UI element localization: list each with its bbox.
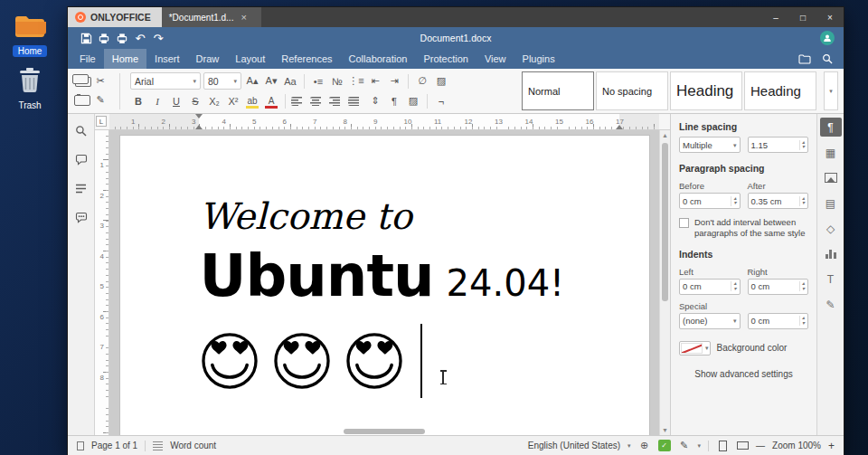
fit-page-icon[interactable] — [716, 440, 729, 452]
font-size-select[interactable]: 80 ▾ — [203, 72, 241, 90]
vertical-scrollbar[interactable]: ▲ ▼ — [659, 130, 670, 435]
track-changes-icon[interactable]: ✎ — [678, 440, 691, 452]
font-name-select[interactable]: Arial ▾ — [130, 72, 201, 90]
clear-style-icon[interactable]: ∅ — [414, 73, 430, 90]
indent-right-spinner[interactable]: 0 cm ▴▾ — [748, 279, 809, 295]
line-spacing-icon[interactable]: ⇕ — [367, 93, 383, 109]
save-button[interactable] — [77, 30, 95, 46]
quick-print-button[interactable] — [113, 30, 131, 46]
font-color-icon[interactable]: A — [263, 93, 279, 109]
desktop-icon-trash[interactable]: Trash — [4, 67, 56, 112]
zoom-level[interactable]: Zoom 100% — [772, 441, 821, 450]
spell-check-icon[interactable]: ✓ — [658, 440, 671, 451]
document-language-icon[interactable]: ⊕ — [638, 440, 651, 452]
close-button[interactable]: × — [816, 7, 844, 27]
image-settings-icon[interactable] — [820, 168, 842, 187]
fit-width-icon[interactable] — [736, 440, 749, 452]
spacing-after-spinner[interactable]: 0.35 cm ▴▾ — [748, 193, 809, 209]
redo-button[interactable]: ↷ — [149, 30, 167, 46]
table-settings-icon[interactable]: ▦ — [820, 143, 842, 162]
header-footer-settings-icon[interactable]: ▤ — [820, 194, 842, 213]
tab-layout[interactable]: Layout — [227, 49, 273, 69]
style-normal-0[interactable]: Normal — [522, 71, 594, 110]
align-left-icon[interactable] — [291, 97, 307, 106]
cut-icon[interactable]: ✂ — [92, 73, 108, 90]
minimize-button[interactable]: – — [762, 7, 789, 27]
zoom-out-button[interactable]: — — [756, 441, 765, 450]
tab-references[interactable]: References — [273, 49, 340, 69]
tab-protection[interactable]: Protection — [415, 49, 476, 69]
highlight-color-icon[interactable]: ab — [244, 93, 260, 109]
left-indent-marker[interactable] — [195, 121, 203, 129]
open-file-location-icon[interactable] — [798, 54, 811, 64]
color-scheme-icon[interactable]: ▨ — [433, 73, 449, 90]
spin-down-icon[interactable]: ▾ — [802, 201, 805, 206]
no-interval-checkbox[interactable] — [679, 218, 689, 228]
special-spinner[interactable]: 0 cm ▴▾ — [748, 313, 809, 329]
undo-button[interactable]: ↶ — [131, 30, 149, 46]
multilevel-list-icon[interactable]: ⋮≡ — [348, 73, 364, 90]
tab-stop-selector[interactable]: L — [96, 116, 107, 127]
special-select[interactable]: (none) ▾ — [679, 313, 741, 329]
scroll-down-icon[interactable]: ▼ — [660, 427, 670, 433]
word-count[interactable]: Word count — [170, 441, 216, 450]
h-ruler[interactable]: 1234567891011121314151617 — [109, 114, 659, 129]
textart-settings-icon[interactable]: T — [820, 270, 842, 289]
v-ruler[interactable]: 12345678 — [95, 130, 109, 435]
underline-icon[interactable]: U — [168, 93, 184, 109]
search-panel-icon[interactable] — [72, 121, 90, 139]
style-no-spacing-1[interactable]: No spacing — [596, 71, 668, 110]
maximize-button[interactable]: □ — [789, 7, 816, 27]
chart-settings-icon[interactable] — [820, 244, 842, 263]
paragraph-settings-icon[interactable]: ¶ — [820, 118, 842, 137]
increase-indent-icon[interactable]: ⇥ — [386, 73, 402, 90]
align-justify-icon[interactable] — [348, 97, 364, 106]
paragraph-marks-icon[interactable]: ¶ — [386, 93, 402, 109]
styles-gallery-expand[interactable]: ▾ — [824, 71, 838, 110]
paste-icon[interactable] — [74, 95, 90, 106]
tab-close-icon[interactable]: × — [241, 12, 246, 23]
feedback-panel-icon[interactable] — [72, 208, 90, 226]
tab-home[interactable]: Home — [104, 49, 146, 69]
background-color-picker[interactable]: ▾ — [679, 341, 711, 355]
desktop-icon-home[interactable]: Home — [4, 13, 56, 58]
spin-down-icon[interactable]: ▾ — [802, 287, 805, 292]
tab-view[interactable]: View — [476, 49, 514, 69]
superscript-icon[interactable]: X² — [225, 93, 241, 109]
print-button[interactable] — [95, 30, 113, 46]
zoom-in-button[interactable]: + — [828, 440, 835, 452]
style-heading-3[interactable]: Heading — [744, 71, 816, 110]
signature-settings-icon[interactable]: ✎ — [820, 295, 842, 314]
line-spacing-spinner[interactable]: 1.15 ▴▾ — [748, 137, 809, 153]
spin-down-icon[interactable]: ▾ — [733, 201, 736, 206]
shape-settings-icon[interactable]: ◇ — [820, 219, 842, 238]
show-advanced-settings-link[interactable]: Show advanced settings — [679, 369, 808, 379]
document-page[interactable]: Welcome to Ubuntu24.04! — [120, 136, 649, 435]
document-tab[interactable]: *Document1.d... × — [162, 7, 261, 27]
tab-insert[interactable]: Insert — [146, 49, 188, 69]
scroll-up-icon[interactable]: ▲ — [660, 132, 670, 138]
align-right-icon[interactable] — [329, 97, 345, 106]
style-heading-2[interactable]: Heading — [670, 71, 742, 110]
spin-down-icon[interactable]: ▾ — [802, 145, 805, 150]
strikeout-icon[interactable]: S — [187, 93, 203, 109]
page-count[interactable]: Page 1 of 1 — [91, 441, 137, 450]
tab-file[interactable]: File — [71, 49, 104, 69]
search-icon[interactable] — [822, 53, 833, 64]
decrement-font-icon[interactable]: A▾ — [263, 73, 279, 90]
copy-icon[interactable] — [72, 74, 89, 84]
line-spacing-select[interactable]: Multiple ▾ — [679, 137, 741, 153]
spin-down-icon[interactable]: ▾ — [802, 321, 805, 327]
comments-panel-icon[interactable] — [72, 150, 90, 168]
language-selector[interactable]: English (United States) — [528, 441, 620, 450]
tab-collaboration[interactable]: Collaboration — [341, 49, 416, 69]
subscript-icon[interactable]: X₂ — [206, 93, 222, 109]
bold-icon[interactable]: B — [130, 93, 146, 109]
numbering-icon[interactable]: № — [329, 73, 345, 90]
tab-plugins[interactable]: Plugins — [514, 49, 563, 69]
bullets-icon[interactable]: •≡ — [310, 73, 326, 90]
scrollbar-thumb[interactable] — [662, 143, 668, 301]
indent-left-spinner[interactable]: 0 cm ▴▾ — [679, 279, 741, 295]
paragraph-shading-icon[interactable]: ▨ — [405, 93, 421, 109]
navigation-panel-icon[interactable] — [72, 179, 90, 197]
